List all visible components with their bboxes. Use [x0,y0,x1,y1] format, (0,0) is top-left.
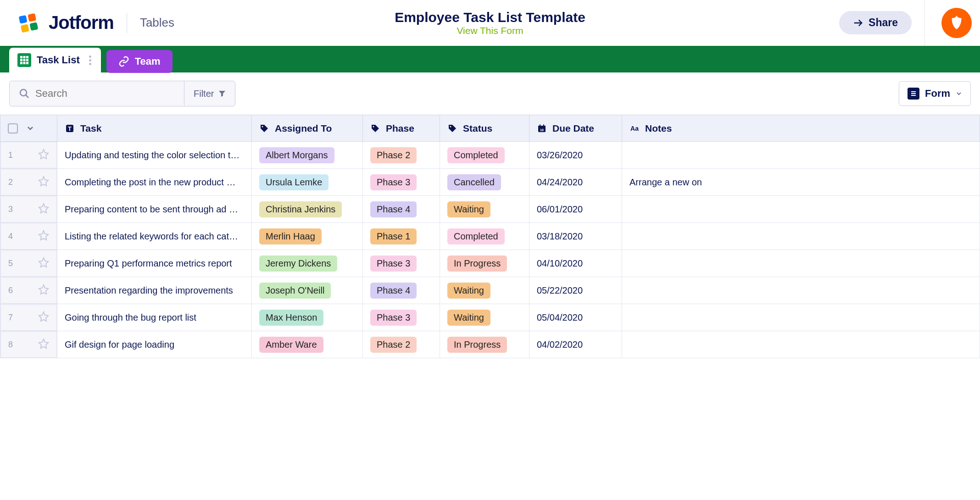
col-status[interactable]: Status [440,115,529,142]
tab-more-icon[interactable] [89,56,93,65]
tab-task-list[interactable]: Task List [9,48,101,72]
cell-assigned[interactable]: Max Henson [252,304,363,331]
cell-notes[interactable]: Arrange a new on [622,169,980,196]
cell-assigned[interactable]: Merlin Haag [252,223,363,250]
cell-task[interactable]: Gif design for page loading [57,331,252,358]
col-phase[interactable]: Phase [363,115,440,142]
cell-due[interactable]: 04/10/2020 [529,250,622,277]
table-row[interactable]: 7Going through the bug report listMax He… [0,304,980,331]
cell-due[interactable]: 05/22/2020 [529,277,622,304]
star-icon[interactable] [38,284,49,297]
select-all-checkbox[interactable] [8,123,18,133]
search-input[interactable] [35,88,175,100]
cell-phase[interactable]: Phase 3 [363,304,440,331]
table-row[interactable]: 2Completing the post in the new product … [0,169,980,196]
cell-notes[interactable] [622,250,980,277]
cell-notes[interactable] [622,277,980,304]
table-row[interactable]: 5Preparing Q1 performance metrics report… [0,250,980,277]
cell-notes[interactable] [622,331,980,358]
cell-due[interactable]: 04/02/2020 [529,331,622,358]
filter-button[interactable]: Filter [184,81,235,106]
col-task[interactable]: TTask [57,115,252,142]
cell-task[interactable]: Updating and testing the color selection… [57,142,252,169]
search-box[interactable] [10,81,184,106]
cell-notes[interactable] [622,196,980,223]
row-select-cell[interactable]: 2 [0,169,57,196]
cell-status[interactable]: In Progress [440,331,529,358]
star-icon[interactable] [38,176,49,189]
cell-due[interactable]: 04/24/2020 [529,169,622,196]
cell-task[interactable]: Going through the bug report list [57,304,252,331]
cell-assigned[interactable]: Joseph O'Neill [252,277,363,304]
col-due[interactable]: 10Due Date [529,115,622,142]
cell-due[interactable]: 06/01/2020 [529,196,622,223]
row-number: 7 [8,313,13,322]
row-select-cell[interactable]: 3 [0,196,57,223]
svg-rect-7 [20,59,22,61]
cell-phase[interactable]: Phase 4 [363,196,440,223]
logo-area: Jotform Tables [18,12,174,33]
col-assigned[interactable]: Assigned To [252,115,363,142]
assigned-pill: Max Henson [259,310,323,326]
cell-task[interactable]: Presentation regarding the improvements [57,277,252,304]
col-notes[interactable]: AaNotes [622,115,980,142]
cell-assigned[interactable]: Christina Jenkins [252,196,363,223]
cell-task[interactable]: Completing the post in the new product … [57,169,252,196]
row-select-cell[interactable]: 4 [0,223,57,250]
cell-status[interactable]: Completed [440,142,529,169]
cell-notes[interactable] [622,142,980,169]
row-select-cell[interactable]: 6 [0,277,57,304]
cell-status[interactable]: Waiting [440,196,529,223]
cell-due[interactable]: 05/04/2020 [529,304,622,331]
search-icon [19,88,30,99]
row-select-cell[interactable]: 8 [0,331,57,358]
cell-notes[interactable] [622,223,980,250]
cell-status[interactable]: Cancelled [440,169,529,196]
cell-phase[interactable]: Phase 2 [363,331,440,358]
row-select-cell[interactable]: 1 [0,142,57,169]
view-form-link[interactable]: View This Form [457,25,523,36]
svg-rect-25 [543,124,544,127]
cell-assigned[interactable]: Amber Ware [252,331,363,358]
svg-rect-1 [28,13,36,22]
cell-due[interactable]: 03/18/2020 [529,223,622,250]
cell-assigned[interactable]: Jeremy Dickens [252,250,363,277]
tab-team[interactable]: Team [106,50,173,73]
table-row[interactable]: 3Preparing content to be sent through ad… [0,196,980,223]
cell-due[interactable]: 03/26/2020 [529,142,622,169]
cell-task[interactable]: Listing the related keywords for each ca… [57,223,252,250]
table-row[interactable]: 8Gif design for page loadingAmber WarePh… [0,331,980,358]
star-icon[interactable] [38,203,49,216]
phase-pill: Phase 4 [370,201,417,217]
form-view-button[interactable]: Form [899,81,971,106]
cell-notes[interactable] [622,304,980,331]
cell-task[interactable]: Preparing content to be sent through ad … [57,196,252,223]
cell-phase[interactable]: Phase 3 [363,250,440,277]
cell-task[interactable]: Preparing Q1 performance metrics report [57,250,252,277]
star-icon[interactable] [38,257,49,270]
table-row[interactable]: 4Listing the related keywords for each c… [0,223,980,250]
cell-status[interactable]: Waiting [440,304,529,331]
chevron-down-icon[interactable] [26,124,34,133]
table-header-row: TTask Assigned To Phase Status 10Due Dat… [0,115,980,142]
row-select-cell[interactable]: 5 [0,250,57,277]
cell-status[interactable]: Waiting [440,277,529,304]
star-icon[interactable] [38,230,49,243]
table-row[interactable]: 6Presentation regarding the improvements… [0,277,980,304]
cell-status[interactable]: In Progress [440,250,529,277]
star-icon[interactable] [38,149,49,162]
select-all-header[interactable] [0,115,57,142]
cell-assigned[interactable]: Albert Morgans [252,142,363,169]
star-icon[interactable] [38,338,49,351]
cell-phase[interactable]: Phase 3 [363,169,440,196]
avatar[interactable] [941,8,972,38]
cell-status[interactable]: Completed [440,223,529,250]
row-select-cell[interactable]: 7 [0,304,57,331]
cell-phase[interactable]: Phase 2 [363,142,440,169]
star-icon[interactable] [38,311,49,324]
cell-phase[interactable]: Phase 1 [363,223,440,250]
cell-phase[interactable]: Phase 4 [363,277,440,304]
share-button[interactable]: Share [839,11,912,34]
table-row[interactable]: 1Updating and testing the color selectio… [0,142,980,169]
cell-assigned[interactable]: Ursula Lemke [252,169,363,196]
